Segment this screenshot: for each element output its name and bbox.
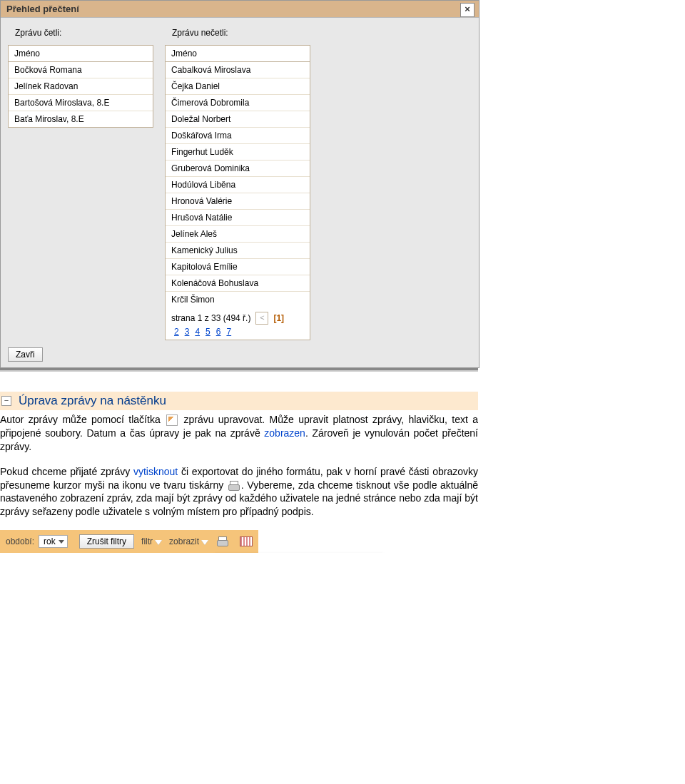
ruler-icon[interactable]: [240, 536, 253, 546]
pager-link[interactable]: 3: [182, 327, 193, 337]
table-row[interactable]: Baťa Miroslav, 8.E: [9, 111, 153, 127]
edit-icon: [166, 414, 178, 426]
dialog-title-text: Přehled přečtení: [6, 4, 79, 14]
chevron-down-icon: [201, 540, 208, 545]
period-select[interactable]: rok: [39, 535, 68, 548]
doc-heading-text: Úprava zprávy na nástěnku: [19, 394, 166, 408]
unread-column: Zprávu nečetli: Jméno Cabalková Miroslav…: [165, 25, 310, 340]
table-row[interactable]: Krčil Šimon: [166, 292, 310, 307]
filter-toolbar: období: rok Zrušit filtry filtr zobrazit…: [0, 530, 478, 553]
dialog-titlebar: Přehled přečtení ×: [1, 1, 479, 18]
table-row[interactable]: Hronová Valérie: [166, 193, 310, 210]
unread-column-label: Zprávu nečetli:: [165, 25, 310, 45]
pager-current: [1]: [270, 313, 287, 323]
cancel-filters-button[interactable]: Zrušit filtry: [79, 534, 134, 549]
table-row[interactable]: Bočková Romana: [9, 62, 153, 78]
pager-info: strana 1 z 33 (494 ř.): [171, 313, 250, 323]
pager-link[interactable]: 4: [192, 327, 203, 337]
link-zobrazen[interactable]: zobrazen: [264, 427, 305, 439]
table-row[interactable]: Cabalková Miroslava: [166, 62, 310, 78]
doc-paragraph-2: Pokud chceme přijaté zprávy vytisknout č…: [0, 465, 478, 519]
printer-icon: [228, 481, 240, 491]
table-row[interactable]: Hrušová Natálie: [166, 210, 310, 226]
printer-icon[interactable]: [217, 536, 228, 546]
dialog-footer: Zavři: [1, 343, 479, 367]
table-row[interactable]: Čimerová Dobromila: [166, 95, 310, 111]
read-column-label: Zprávu četli:: [8, 25, 153, 45]
table-row[interactable]: Čejka Daniel: [166, 78, 310, 95]
table-row[interactable]: Bartošová Miroslava, 8.E: [9, 95, 153, 111]
table-row[interactable]: Doškářová Irma: [166, 128, 310, 144]
pager-link[interactable]: 7: [223, 327, 234, 337]
pager-prev[interactable]: <: [255, 312, 268, 325]
collapse-icon[interactable]: −: [1, 396, 11, 406]
table-row[interactable]: Gruberová Dominika: [166, 161, 310, 177]
pager-link[interactable]: 6: [213, 327, 224, 337]
read-grid: Jméno Bočková RomanaJelínek RadovanBarto…: [8, 45, 153, 128]
table-row[interactable]: Kapitolová Emílie: [166, 259, 310, 275]
grid-header[interactable]: Jméno: [9, 46, 153, 62]
table-row[interactable]: Kolenáčová Bohuslava: [166, 275, 310, 292]
period-label: období:: [6, 536, 34, 546]
table-row[interactable]: Fingerhut Luděk: [166, 144, 310, 161]
toolbar-actions: Zrušit filtry filtr zobrazit Seznam všec…: [73, 530, 258, 553]
dialog-close-button[interactable]: ×: [460, 3, 475, 17]
pager: strana 1 z 33 (494 ř.) < [1] 234567: [166, 307, 310, 340]
table-row[interactable]: Jelínek Radovan: [9, 78, 153, 95]
doc-section: − Úprava zprávy na nástěnku Autor zprávy…: [0, 392, 478, 519]
read-overview-dialog: Přehled přečtení × Zprávu četli: Jméno B…: [0, 0, 480, 368]
close-button[interactable]: Zavři: [8, 347, 43, 362]
table-row[interactable]: Hodúlová Liběna: [166, 177, 310, 193]
doc-paragraph-1: Autor zprávy může pomocí tlačítka zprávu…: [0, 413, 478, 454]
show-toggle[interactable]: zobrazit: [169, 536, 208, 546]
link-vytisknout[interactable]: vytisknout: [133, 466, 178, 477]
toolbar-period: období: rok: [0, 530, 73, 553]
read-column: Zprávu četli: Jméno Bočková RomanaJelíne…: [8, 25, 153, 340]
table-row[interactable]: Jelínek Aleš: [166, 226, 310, 243]
pager-link[interactable]: 2: [171, 327, 182, 337]
pager-link[interactable]: 5: [203, 327, 213, 337]
grid-header[interactable]: Jméno: [166, 46, 310, 62]
filter-toggle[interactable]: filtr: [141, 536, 162, 546]
unread-grid: Jméno Cabalková MiroslavaČejka DanielČim…: [165, 45, 310, 340]
doc-heading: − Úprava zprávy na nástěnku: [0, 392, 478, 410]
table-row[interactable]: Doležal Norbert: [166, 111, 310, 128]
chevron-down-icon: [155, 540, 162, 545]
table-row[interactable]: Kamenický Julius: [166, 243, 310, 259]
